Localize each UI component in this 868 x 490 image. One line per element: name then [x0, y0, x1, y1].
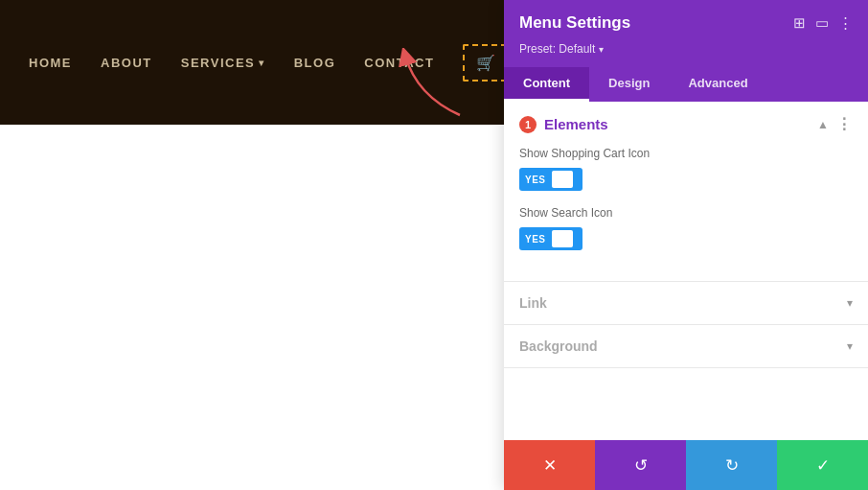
- cart-icon-toggle[interactable]: YES: [519, 168, 582, 191]
- elements-chevron-icon: ▲: [817, 118, 829, 131]
- search-icon-toggle-container: YES: [519, 227, 853, 250]
- elements-more-icon[interactable]: ⋮: [836, 115, 853, 133]
- elements-section-right: ▲ ⋮: [817, 115, 853, 133]
- tab-design[interactable]: Design: [589, 67, 669, 102]
- panel-header-top: Menu Settings ⊞ ▭ ⋮: [519, 13, 853, 33]
- undo-icon: ↺: [634, 455, 648, 476]
- cancel-icon: ✕: [543, 455, 557, 476]
- elements-section-left: 1 Elements: [519, 116, 608, 133]
- panel-title: Menu Settings: [519, 13, 630, 33]
- more-icon[interactable]: ⋮: [838, 14, 853, 32]
- panel-body: 1 Elements ▲ ⋮ Show Shopping Cart Icon Y…: [504, 102, 868, 440]
- link-section: Link ▾: [504, 282, 868, 325]
- redo-button[interactable]: ↻: [686, 440, 777, 490]
- background-section: Background ▾: [504, 325, 868, 368]
- redo-icon: ↻: [725, 455, 739, 476]
- cancel-button[interactable]: ✕: [504, 440, 595, 490]
- search-toggle-thumb: [552, 230, 573, 247]
- cart-icon-label: Show Shopping Cart Icon: [519, 147, 853, 160]
- tab-content[interactable]: Content: [504, 67, 589, 102]
- nav-services[interactable]: SERVICES: [181, 56, 265, 70]
- cart-icon-toggle-container: YES: [519, 168, 853, 191]
- responsive-icon[interactable]: ⊞: [793, 14, 806, 32]
- settings-panel: Menu Settings ⊞ ▭ ⋮ Preset: Default Cont…: [504, 0, 868, 490]
- save-icon: ✓: [816, 455, 830, 476]
- link-chevron-icon: ▾: [847, 296, 853, 310]
- search-icon-toggle[interactable]: YES: [519, 227, 582, 250]
- background-section-left: Background: [519, 338, 598, 354]
- elements-badge: 1: [519, 116, 537, 133]
- cart-icon[interactable]: 🛒: [472, 50, 499, 76]
- tab-advanced[interactable]: Advanced: [669, 67, 766, 102]
- cart-toggle-thumb: [552, 171, 573, 188]
- link-section-header[interactable]: Link ▾: [504, 282, 868, 324]
- undo-button[interactable]: ↺: [595, 440, 686, 490]
- panel-tabs: Content Design Advanced: [504, 67, 868, 102]
- panel-header-actions: ⊞ ▭ ⋮: [793, 14, 853, 32]
- panel-preset[interactable]: Preset: Default: [519, 42, 853, 56]
- link-title: Link: [519, 295, 547, 311]
- background-section-header[interactable]: Background ▾: [504, 325, 868, 367]
- cart-icon-field: Show Shopping Cart Icon YES: [519, 147, 853, 191]
- nav-home[interactable]: HOME: [29, 56, 72, 70]
- search-icon-label: Show Search Icon: [519, 206, 853, 220]
- elements-section: 1 Elements ▲ ⋮ Show Shopping Cart Icon Y…: [504, 102, 868, 282]
- link-section-left: Link: [519, 295, 547, 311]
- elements-title: Elements: [544, 116, 608, 132]
- save-button[interactable]: ✓: [777, 440, 868, 490]
- nav-contact[interactable]: CONTACT: [364, 56, 434, 70]
- background-chevron-icon: ▾: [847, 339, 853, 353]
- cart-toggle-label: YES: [525, 175, 546, 185]
- search-toggle-label: YES: [525, 234, 546, 245]
- fullscreen-icon[interactable]: ▭: [815, 14, 829, 32]
- panel-footer: ✕ ↺ ↻ ✓: [504, 440, 868, 490]
- elements-section-header[interactable]: 1 Elements ▲ ⋮: [504, 102, 868, 147]
- search-icon-field: Show Search Icon YES: [519, 206, 853, 250]
- elements-section-content: Show Shopping Cart Icon YES Show Search …: [504, 147, 868, 281]
- panel-header: Menu Settings ⊞ ▭ ⋮ Preset: Default: [504, 0, 868, 67]
- nav-about[interactable]: ABOUT: [101, 56, 152, 70]
- background-title: Background: [519, 338, 598, 354]
- nav-blog[interactable]: BLOG: [294, 56, 336, 70]
